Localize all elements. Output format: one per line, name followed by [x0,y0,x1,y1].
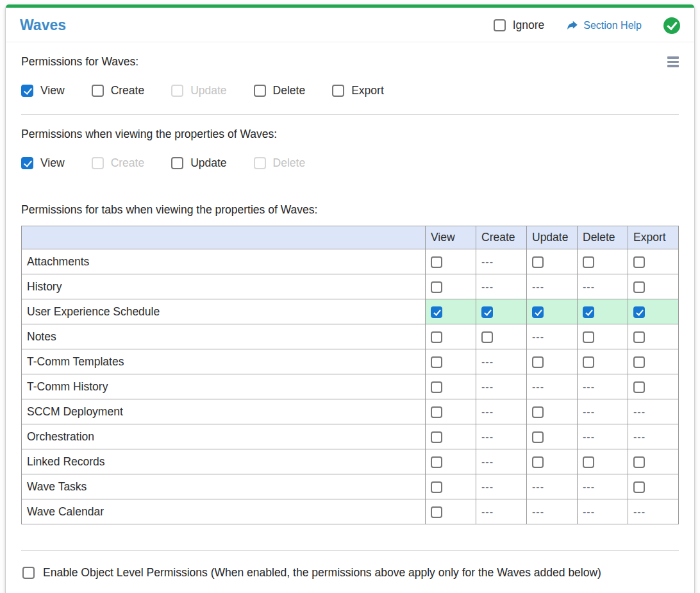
permission-cell-view[interactable] [426,374,476,399]
not-applicable-marker: --- [633,406,646,417]
checkbox[interactable] [431,306,442,318]
checkbox[interactable] [431,256,442,268]
checkbox[interactable] [633,481,645,493]
permission-checkbox-item-export[interactable]: Export [332,84,384,97]
checkbox[interactable] [431,456,442,468]
checkbox[interactable] [431,406,442,418]
permission-cell-update[interactable] [527,449,578,474]
checkbox[interactable] [583,356,594,368]
checkbox[interactable] [633,456,645,468]
permission-cell-view[interactable] [426,474,476,499]
enable-object-level-permissions-checkbox[interactable] [22,567,35,579]
checkbox[interactable] [254,85,266,97]
checkbox-label: Update [190,84,226,97]
permission-cell-delete[interactable] [578,349,628,374]
permission-cell-update[interactable] [527,424,578,449]
permission-cell-view[interactable] [426,274,476,299]
checkbox[interactable] [332,85,344,97]
permission-cell-delete[interactable] [578,299,628,324]
permission-cell-create: --- [476,449,527,474]
permission-cell-export[interactable] [628,474,679,499]
tab-name-cell: SCCM Deployment [22,399,426,424]
checkbox-label: Create [111,156,145,170]
permission-cell-delete[interactable] [578,324,628,349]
checkbox[interactable] [431,381,442,393]
table-header-row: ViewCreateUpdateDeleteExport [22,226,679,249]
checkbox[interactable] [92,85,104,97]
permission-cell-export[interactable] [628,349,679,374]
permission-cell-update: --- [527,374,578,399]
section-help-link[interactable]: Section Help [566,20,642,31]
permission-cell-view[interactable] [426,324,476,349]
checkbox[interactable] [633,306,645,318]
checkbox[interactable] [633,281,645,293]
permission-cell-view[interactable] [426,299,476,324]
permission-cell-view[interactable] [426,424,476,449]
checkbox[interactable] [532,406,544,418]
permission-cell-view[interactable] [426,449,476,474]
checkbox[interactable] [532,456,544,468]
section-complete-icon [663,17,680,34]
checkbox[interactable] [431,331,442,343]
checkbox[interactable] [431,506,442,518]
permission-cell-export[interactable] [628,449,679,474]
permission-cell-update[interactable] [527,249,578,274]
checkbox[interactable] [532,306,544,318]
permission-cell-view[interactable] [426,249,476,274]
checkbox[interactable] [633,381,645,393]
tabs-table-label: Permissions for tabs when viewing the pr… [21,187,679,226]
checkbox[interactable] [532,256,544,268]
not-applicable-marker: --- [481,256,494,267]
checkbox[interactable] [21,85,33,97]
checkbox[interactable] [431,281,442,293]
permission-cell-view[interactable] [426,499,476,524]
checkbox[interactable] [583,456,594,468]
checkbox[interactable] [583,331,594,343]
not-applicable-marker: --- [481,481,494,492]
permission-cell-export[interactable] [628,374,679,399]
ignore-checkbox-item[interactable]: Ignore [494,19,545,32]
permission-cell-view[interactable] [426,349,476,374]
permission-cell-export[interactable] [628,324,679,349]
not-applicable-marker: --- [583,381,595,392]
permission-checkbox-item-create[interactable]: Create [92,84,145,97]
permission-cell-create[interactable] [476,324,527,349]
enable-object-level-permissions-item[interactable]: Enable Object Level Permissions (When en… [21,551,679,593]
permission-cell-create: --- [476,274,527,299]
permission-cell-update[interactable] [527,399,578,424]
permission-cell-export[interactable] [628,249,679,274]
menu-icon[interactable] [667,55,679,67]
checkbox[interactable] [431,481,442,493]
checkbox[interactable] [532,431,544,443]
checkbox[interactable] [583,306,594,318]
permission-cell-delete: --- [578,374,628,399]
permission-checkbox-item-update[interactable]: Update [171,156,226,170]
ignore-checkbox[interactable] [494,19,506,31]
permission-cell-view[interactable] [426,399,476,424]
checkbox[interactable] [171,157,183,169]
permission-cell-update[interactable] [527,349,578,374]
permission-checkbox-item-view[interactable]: View [21,84,65,97]
checkbox[interactable] [21,157,33,169]
checkbox[interactable] [431,431,442,443]
checkbox[interactable] [431,356,442,368]
permission-cell-create: --- [476,474,527,499]
permission-checkbox-item-delete[interactable]: Delete [254,84,306,97]
permission-cell-create[interactable] [476,299,527,324]
table-row: Notes--- [22,324,679,349]
permission-cell-delete[interactable] [578,449,628,474]
checkbox[interactable] [633,256,645,268]
permission-cell-create: --- [476,374,527,399]
checkbox[interactable] [633,356,645,368]
permission-cell-export[interactable] [628,274,679,299]
checkbox[interactable] [583,256,594,268]
checkbox[interactable] [481,306,493,318]
column-header-create: Create [476,226,527,249]
permission-cell-update[interactable] [527,299,578,324]
permission-cell-export[interactable] [628,299,679,324]
permission-cell-delete[interactable] [578,249,628,274]
checkbox[interactable] [481,331,493,343]
checkbox[interactable] [532,356,544,368]
permission-checkbox-item-view[interactable]: View [21,156,65,170]
checkbox[interactable] [633,331,645,343]
